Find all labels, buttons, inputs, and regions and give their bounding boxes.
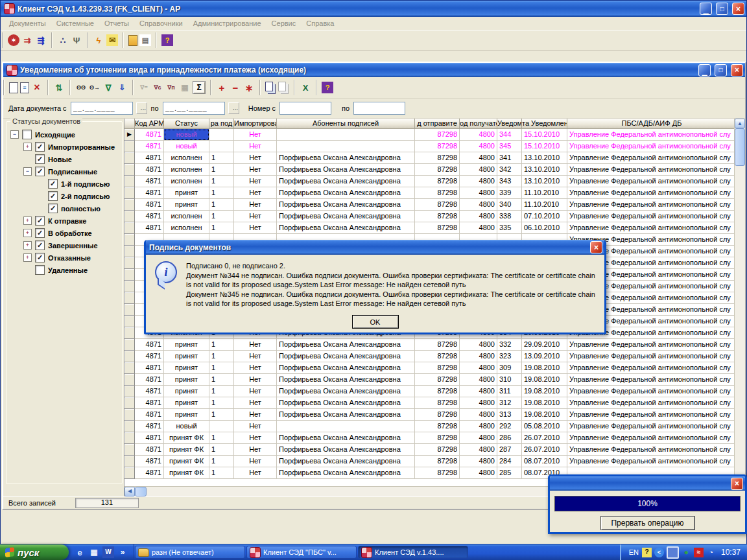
menu-item[interactable]: Документы [5, 18, 51, 29]
tree-item[interactable]: +✓Импортированные [6, 141, 122, 153]
table-row[interactable]: 4871принят1НетПорфирьева Оксана Александ… [124, 187, 734, 199]
checkbox[interactable] [22, 130, 32, 139]
date-from-picker-button[interactable]: ... [136, 102, 147, 114]
tray-avira-icon[interactable]: ≈ [694, 548, 704, 557]
open-book-icon[interactable]: ▤ [139, 34, 151, 46]
quick-word-icon[interactable]: W [102, 546, 114, 558]
minus-expander-icon[interactable]: − [23, 167, 32, 176]
column-header[interactable] [124, 119, 135, 129]
delete-icon[interactable]: × [31, 82, 43, 93]
table-row[interactable]: 4871принят1НетПорфирьева Оксана Александ… [124, 397, 734, 409]
cancel-operation-button[interactable]: Прервать операцию [600, 516, 695, 530]
tree-item[interactable]: ✓Новые [6, 153, 122, 165]
child-close-button[interactable]: × [731, 64, 743, 76]
dialog-close-button[interactable]: × [590, 241, 602, 253]
checkbox[interactable]: ✓ [35, 216, 45, 226]
table-row[interactable]: 4871исполнен1НетПорфирьева Оксана Алекса… [124, 222, 734, 234]
menu-item[interactable]: Администрирование [189, 18, 266, 29]
tree-item[interactable]: +✓Отказанные [6, 251, 122, 264]
plus-expander-icon[interactable]: + [23, 143, 32, 151]
edit-doc-icon[interactable]: ≡ [20, 82, 29, 93]
tray-clock-icon[interactable]: ◔ [706, 548, 716, 557]
table-row[interactable]: 4871принят1НетПорфирьева Оксана Александ… [124, 199, 734, 211]
column-header[interactable]: Абоненты подписей [277, 119, 415, 129]
close-button[interactable]: × [732, 3, 744, 15]
checkbox[interactable]: ✓ [48, 204, 58, 213]
tree-item[interactable]: ✓полностью [6, 202, 122, 215]
column-header[interactable]: Код АРМ [135, 119, 164, 129]
column-header[interactable]: та Уведомлен [522, 119, 567, 129]
table-row[interactable]: 4871принят1НетПорфирьева Оксана Александ… [124, 374, 734, 386]
checkbox[interactable]: ✓ [35, 154, 45, 164]
network-lightning-icon[interactable]: ϟ [93, 34, 104, 46]
tree-item[interactable]: +✓К отправке [6, 215, 122, 227]
table-row[interactable]: 4871принят1НетПорфирьева Оксана Александ… [124, 362, 734, 374]
scroll-up-button[interactable]: ▲ [735, 119, 745, 128]
checkbox[interactable]: ✓ [48, 191, 58, 201]
plus-expander-icon[interactable]: + [23, 229, 32, 237]
horizontal-scroll-thumb[interactable] [135, 487, 147, 496]
tree-item[interactable]: ✓2-й подписью [6, 190, 122, 202]
help-book-icon[interactable]: ? [322, 82, 333, 93]
table-row[interactable]: 4871принят1НетПорфирьева Оксана Александ… [124, 409, 734, 421]
checkbox[interactable]: ✓ [48, 179, 58, 189]
taskbar-button[interactable]: Клиент СЭД v.1.43.... [358, 546, 468, 559]
chevron-icon[interactable]: » [117, 546, 128, 558]
number-to-input[interactable] [353, 102, 405, 115]
plus-expander-icon[interactable]: + [23, 216, 32, 225]
tree-item[interactable]: +✓Завершенные [6, 239, 122, 251]
org-structure-icon[interactable]: ∴ [57, 34, 69, 46]
tree-item[interactable]: −Исходящие [6, 128, 122, 141]
table-row[interactable]: 4871исполнен1НетПорфирьева Оксана Алекса… [124, 152, 734, 164]
table-row[interactable]: 4871новыйНет87298480034515.10.2010Управл… [124, 141, 734, 152]
menu-item[interactable]: Отчеты [100, 18, 134, 29]
export-docs-icon[interactable]: ⇶ [35, 34, 47, 46]
menu-item[interactable]: Справка [302, 18, 338, 29]
child-restore-button[interactable]: □ [715, 64, 727, 76]
taskbar-button[interactable]: Клиент СЭД "ПБС" v... [246, 546, 357, 559]
column-header[interactable]: Уведом [497, 119, 522, 129]
search-next-icon[interactable]: ʘ→ [89, 82, 101, 93]
sum-icon[interactable]: Σ [193, 81, 206, 94]
vertical-scroll-thumb[interactable] [735, 128, 745, 166]
column-header[interactable]: д отправите [415, 119, 460, 129]
table-row[interactable]: 4871новыйНет87298480029205.08.2010Управл… [124, 421, 734, 432]
plus-expander-icon[interactable]: + [23, 253, 32, 262]
language-indicator[interactable]: EN [629, 548, 639, 556]
tray-globe-icon[interactable]: ● [682, 548, 691, 557]
child-minimize-button[interactable]: ▁ [698, 64, 711, 76]
plus-expander-icon[interactable]: + [23, 241, 32, 250]
journal-icon[interactable] [128, 35, 137, 46]
table-row[interactable]: 4871исполнен1НетПорфирьева Оксана Алекса… [124, 176, 734, 187]
taskbar-button[interactable]: разн (Не отвечает) [135, 546, 245, 559]
tray-help-icon[interactable]: ? [642, 548, 652, 557]
table-row[interactable]: 4871принят1НетПорфирьева Оксана Александ… [124, 386, 734, 397]
table-row[interactable]: 4871принят ФК1НетПорфирьева Оксана Алекс… [124, 444, 734, 456]
copy-icon[interactable] [265, 82, 273, 91]
add-icon[interactable]: + [216, 82, 228, 93]
menu-item[interactable]: Сервис [267, 18, 301, 29]
scroll-left-button[interactable]: ◀ [124, 487, 135, 496]
new-doc-icon[interactable] [9, 82, 18, 93]
table-row[interactable]: ▶4871новыйНет87298480034415.10.2010Управ… [124, 129, 734, 141]
checkbox[interactable]: ✓ [35, 253, 45, 262]
table-row[interactable]: 4871принят1НетПорфирьева Оксана Александ… [124, 339, 734, 351]
vertical-scrollbar[interactable]: ▲ ▼ [734, 119, 745, 486]
table-row[interactable]: 4871принят ФК1НетПорфирьева Оксана Алекс… [124, 432, 734, 444]
tree-item[interactable]: +✓В обработке [6, 227, 122, 239]
help-book-icon[interactable]: ? [161, 34, 173, 46]
column-header[interactable]: ПБС/АДБ/АИФ ДБ [567, 119, 734, 129]
refresh-icon[interactable]: ⇅ [53, 82, 65, 93]
table-row[interactable]: 4871принят ФК1НетПорфирьева Оксана Алекс… [124, 456, 734, 467]
tree-item[interactable]: −✓Подписанные [6, 165, 122, 178]
stop-clock-icon[interactable]: ✶ [8, 34, 19, 46]
tree-item[interactable]: Удаленные [6, 264, 122, 276]
date-from-input[interactable] [71, 102, 133, 115]
antenna-icon[interactable]: Ψ [71, 34, 82, 46]
search-icon[interactable]: ʘʘ [75, 82, 87, 93]
date-to-input[interactable] [163, 102, 225, 115]
grid-disabled-icon[interactable]: ▦ [179, 82, 191, 93]
quick-ie-icon[interactable]: e [74, 546, 86, 558]
checkbox[interactable]: ✓ [35, 167, 45, 176]
menu-item[interactable]: Справочники [135, 18, 187, 29]
